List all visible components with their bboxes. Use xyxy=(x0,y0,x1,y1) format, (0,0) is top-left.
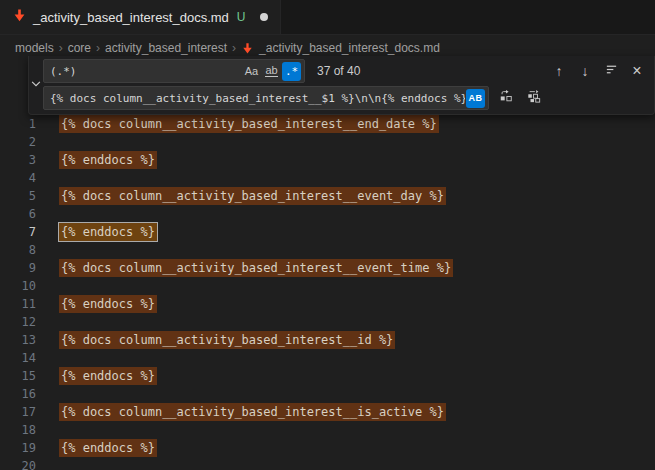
replace-row: {% docs column__activity_based_interest_… xyxy=(43,86,648,110)
editor-line[interactable]: 7{% enddocs %} xyxy=(0,223,655,241)
replace-input[interactable]: {% docs column__activity_based_interest_… xyxy=(43,86,489,110)
editor-line[interactable]: 14 xyxy=(0,349,655,367)
breadcrumb-separator-icon: › xyxy=(96,41,100,55)
line-number: 19 xyxy=(0,441,36,455)
line-number: 5 xyxy=(0,189,36,203)
replace-button[interactable] xyxy=(495,87,517,109)
line-number: 4 xyxy=(0,171,36,185)
breadcrumb-item-core[interactable]: core xyxy=(68,41,91,55)
search-match: {% docs column__activity_based_interest_… xyxy=(59,403,446,421)
search-match: {% enddocs %} xyxy=(59,295,157,313)
chevron-down-icon xyxy=(30,76,42,94)
line-text[interactable]: {% docs column__activity_based_interest_… xyxy=(59,189,446,203)
line-text[interactable]: {% enddocs %} xyxy=(59,153,157,167)
line-number: 2 xyxy=(0,135,36,149)
close-icon: × xyxy=(632,63,641,79)
line-text[interactable]: {% enddocs %} xyxy=(59,369,157,383)
line-number: 12 xyxy=(0,315,36,329)
editor-line[interactable]: 8 xyxy=(0,241,655,259)
line-number: 1 xyxy=(0,117,36,131)
previous-match-button[interactable]: ↑ xyxy=(548,60,570,82)
current-search-match: {% enddocs %} xyxy=(59,223,157,241)
line-number: 10 xyxy=(0,279,36,293)
line-number: 15 xyxy=(0,369,36,383)
editor-line[interactable]: 13{% docs column__activity_based_interes… xyxy=(0,331,655,349)
replace-all-icon xyxy=(527,89,541,107)
next-match-button[interactable]: ↓ xyxy=(574,60,596,82)
dbt-file-icon xyxy=(12,8,27,26)
editor-line[interactable]: 4 xyxy=(0,169,655,187)
tab-bar: _activity_based_interest_docs.md U xyxy=(0,0,655,35)
line-number: 14 xyxy=(0,351,36,365)
editor-line[interactable]: 20 xyxy=(0,457,655,470)
breadcrumb-item-models[interactable]: models xyxy=(15,41,54,55)
find-query: (.*) xyxy=(50,65,241,78)
search-match: {% docs column__activity_based_interest_… xyxy=(59,331,395,349)
line-text[interactable]: {% enddocs %} xyxy=(59,225,157,239)
line-number: 7 xyxy=(0,225,36,239)
line-text[interactable]: {% docs column__activity_based_interest_… xyxy=(59,117,439,131)
line-number: 11 xyxy=(0,297,36,311)
arrow-down-icon: ↓ xyxy=(582,64,589,78)
search-match: {% enddocs %} xyxy=(59,367,157,385)
line-number: 9 xyxy=(0,261,36,275)
replace-all-button[interactable] xyxy=(523,87,545,109)
arrow-up-icon: ↑ xyxy=(556,64,563,78)
find-widget: (.*) Aa ab .* 37 of 40 ↑ ↓ × {% docs col… xyxy=(28,56,655,115)
toggle-replace-button[interactable] xyxy=(29,59,43,110)
find-results-count: 37 of 40 xyxy=(317,64,360,78)
editor-line[interactable]: 5{% docs column__activity_based_interest… xyxy=(0,187,655,205)
git-status-badge: U xyxy=(237,10,246,24)
find-in-selection-button[interactable] xyxy=(600,60,622,82)
breadcrumb-separator-icon: › xyxy=(59,41,63,55)
editor-line[interactable]: 19{% enddocs %} xyxy=(0,439,655,457)
replace-value: {% docs column__activity_based_interest_… xyxy=(50,92,465,105)
search-match: {% enddocs %} xyxy=(59,439,157,457)
line-text[interactable]: {% docs column__activity_based_interest_… xyxy=(59,405,446,419)
line-number: 20 xyxy=(0,459,36,470)
unsaved-changes-dot[interactable] xyxy=(260,13,268,21)
match-case-toggle[interactable]: Aa xyxy=(242,62,261,81)
line-text[interactable]: {% enddocs %} xyxy=(59,441,157,455)
editor-line[interactable]: 17{% docs column__activity_based_interes… xyxy=(0,403,655,421)
editor-lines[interactable]: 1{% docs column__activity_based_interest… xyxy=(0,115,655,470)
line-text[interactable]: {% docs column__activity_based_interest_… xyxy=(59,261,453,275)
editor-line[interactable]: 2 xyxy=(0,133,655,151)
search-match: {% docs column__activity_based_interest_… xyxy=(59,259,453,277)
tab-title: _activity_based_interest_docs.md xyxy=(33,10,229,25)
editor-line[interactable]: 16 xyxy=(0,385,655,403)
line-number: 6 xyxy=(0,207,36,221)
breadcrumb-item-file[interactable]: _activity_based_interest_docs.md xyxy=(259,41,440,55)
whole-word-toggle[interactable]: ab xyxy=(262,62,281,81)
editor-line[interactable]: 1{% docs column__activity_based_interest… xyxy=(0,115,655,133)
dbt-file-icon xyxy=(241,42,254,55)
search-match: {% docs column__activity_based_interest_… xyxy=(59,115,439,133)
line-number: 16 xyxy=(0,387,36,401)
line-number: 3 xyxy=(0,153,36,167)
editor-line[interactable]: 18 xyxy=(0,421,655,439)
find-row: (.*) Aa ab .* 37 of 40 ↑ ↓ × xyxy=(43,59,648,83)
breadcrumb-item-folder[interactable]: activity_based_interest xyxy=(105,41,227,55)
editor-line[interactable]: 9{% docs column__activity_based_interest… xyxy=(0,259,655,277)
editor-line[interactable]: 11{% enddocs %} xyxy=(0,295,655,313)
line-number: 13 xyxy=(0,333,36,347)
editor-line[interactable]: 6 xyxy=(0,205,655,223)
line-text[interactable]: {% docs column__activity_based_interest_… xyxy=(59,333,395,347)
line-number: 17 xyxy=(0,405,36,419)
editor-line[interactable]: 3{% enddocs %} xyxy=(0,151,655,169)
search-match: {% docs column__activity_based_interest_… xyxy=(59,187,446,205)
replace-icon xyxy=(499,89,513,107)
close-find-button[interactable]: × xyxy=(626,60,648,82)
editor-line[interactable]: 10 xyxy=(0,277,655,295)
preserve-case-toggle[interactable]: AB xyxy=(466,89,485,108)
editor-line[interactable]: 15{% enddocs %} xyxy=(0,367,655,385)
breadcrumb-separator-icon: › xyxy=(232,41,236,55)
search-match: {% enddocs %} xyxy=(59,151,157,169)
editor-tab[interactable]: _activity_based_interest_docs.md U xyxy=(0,0,281,34)
find-input[interactable]: (.*) Aa ab .* xyxy=(43,59,305,83)
line-number: 18 xyxy=(0,423,36,437)
regex-toggle[interactable]: .* xyxy=(282,62,301,81)
line-text[interactable]: {% enddocs %} xyxy=(59,297,157,311)
editor-line[interactable]: 12 xyxy=(0,313,655,331)
line-number: 8 xyxy=(0,243,36,257)
